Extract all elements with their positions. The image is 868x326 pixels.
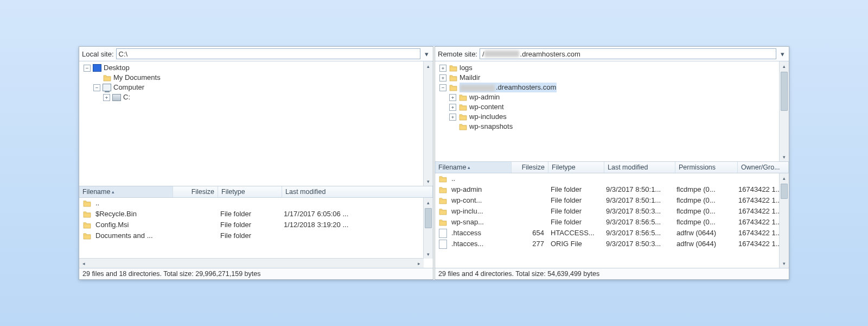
tree-item-label: logs <box>459 63 473 73</box>
filename-text: wp-cont... <box>451 195 482 206</box>
list-item[interactable]: .htaccess654HTACCESS...9/3/2017 8:56:5..… <box>435 228 789 239</box>
expand-icon[interactable]: + <box>449 114 456 121</box>
local-dir-tree[interactable]: −DesktopMy Documents−Computer+C: ▴ ▾ <box>79 61 433 186</box>
computer-icon <box>103 83 111 92</box>
scroll-left-icon[interactable]: ◂ <box>79 259 88 268</box>
list-item[interactable]: .. <box>435 173 789 184</box>
local-panel: Local site: C:\ ▾ −DesktopMy Documents−C… <box>79 46 433 280</box>
remote-path-redacted <box>484 51 519 57</box>
scroll-track[interactable] <box>424 207 433 249</box>
col-filetype[interactable]: Filetype <box>548 162 604 173</box>
folder-icon <box>82 231 91 240</box>
list-item[interactable]: wp-inclu...File folder9/3/2017 8:50:3...… <box>435 206 789 217</box>
scroll-thumb[interactable] <box>781 184 788 199</box>
filename-text: $Recycle.Bin <box>95 209 137 220</box>
tree-item-label: Desktop <box>104 63 130 73</box>
remote-site-label: Remote site: <box>438 50 477 58</box>
scroll-down-icon[interactable]: ▾ <box>424 249 433 259</box>
list-item[interactable]: wp-snap...File folder9/3/2017 8:56:5...f… <box>435 217 789 228</box>
list-item[interactable]: wp-adminFile folder9/3/2017 8:50:1...flc… <box>435 184 789 195</box>
tree-item[interactable]: +Maildir <box>437 73 787 83</box>
tree-item[interactable]: My Documents <box>81 73 431 83</box>
scroll-up-icon[interactable]: ▴ <box>424 61 433 71</box>
folder-icon <box>438 218 447 227</box>
local-tree-scrollbar[interactable]: ▴ ▾ <box>423 61 433 186</box>
expand-icon[interactable]: + <box>103 94 110 101</box>
col-filetype[interactable]: Filetype <box>218 186 282 197</box>
col-permissions[interactable]: Permissions <box>675 162 738 173</box>
scroll-up-icon[interactable]: ▴ <box>780 61 789 71</box>
expand-icon[interactable]: + <box>439 74 446 82</box>
scroll-up-icon[interactable]: ▴ <box>424 198 433 207</box>
tree-item[interactable]: +logs <box>437 63 787 73</box>
cell-type: ORIG File <box>547 239 603 249</box>
remote-dir-tree[interactable]: +logs+Maildir−.dreamhosters.com+wp-admin… <box>435 61 789 162</box>
tree-item[interactable]: −.dreamhosters.com <box>437 83 787 92</box>
cell-mod <box>280 198 433 209</box>
collapse-icon[interactable]: − <box>439 84 446 91</box>
scroll-down-icon[interactable]: ▾ <box>424 177 433 186</box>
tree-item[interactable]: +wp-includes <box>437 112 787 122</box>
list-item[interactable]: .htacces...277ORIG File9/3/2017 8:50:3..… <box>435 239 789 249</box>
scroll-thumb[interactable] <box>781 72 788 111</box>
collapse-icon[interactable]: − <box>93 84 100 91</box>
remote-list-vscroll[interactable]: ▴ ▾ <box>779 173 789 268</box>
scroll-right-icon[interactable]: ▸ <box>414 259 424 268</box>
scroll-down-icon[interactable]: ▾ <box>780 259 789 268</box>
cell-mod: 9/3/2017 8:50:3... <box>603 206 673 217</box>
tree-item[interactable]: −Computer <box>81 83 431 92</box>
col-filename[interactable]: Filename ▴ <box>79 186 173 197</box>
local-path-input[interactable]: C:\ <box>116 48 420 59</box>
remote-path-input[interactable]: / .dreamhosters.com <box>480 48 776 59</box>
col-filesize[interactable]: Filesize <box>173 186 218 197</box>
col-filename-label: Filename <box>82 188 110 196</box>
col-lastmodified[interactable]: Last modified <box>282 186 433 197</box>
col-lastmodified[interactable]: Last modified <box>604 162 675 173</box>
expand-icon[interactable]: + <box>449 94 456 101</box>
scroll-up-icon[interactable]: ▴ <box>780 173 789 183</box>
col-filesize[interactable]: Filesize <box>512 162 548 173</box>
list-item[interactable]: Documents and ...File folder <box>79 230 433 241</box>
col-filename[interactable]: Filename ▴ <box>435 162 512 173</box>
col-owner[interactable]: Owner/Gro... <box>738 162 789 173</box>
expand-icon[interactable]: + <box>449 104 456 111</box>
scroll-down-icon[interactable]: ▾ <box>780 152 789 161</box>
tree-item[interactable]: +C: <box>81 92 431 102</box>
local-list-vscroll[interactable]: ▴ ▾ <box>423 198 433 259</box>
tree-item[interactable]: wp-snapshots <box>437 122 787 131</box>
collapse-icon[interactable]: − <box>84 65 91 72</box>
list-item[interactable]: $Recycle.BinFile folder1/17/2017 6:05:06… <box>79 209 433 220</box>
cell-name: wp-admin <box>435 184 511 195</box>
cell-name: .htaccess <box>435 228 511 239</box>
tree-item[interactable]: +wp-content <box>437 102 787 112</box>
list-item[interactable]: .. <box>79 198 433 209</box>
filename-text: .htaccess <box>451 228 481 239</box>
local-rows[interactable]: ..$Recycle.BinFile folder1/17/2017 6:05:… <box>79 198 433 268</box>
cell-perm: adfrw (0644) <box>673 239 735 249</box>
cell-perm: flcdmpe (0... <box>673 195 735 206</box>
scroll-thumb[interactable] <box>425 208 432 228</box>
remote-path-dropdown[interactable]: ▾ <box>778 50 786 58</box>
list-item[interactable]: Config.MsiFile folder1/12/2018 3:19:20 .… <box>79 220 433 230</box>
scroll-track[interactable] <box>780 71 789 152</box>
remote-rows[interactable]: ..wp-adminFile folder9/3/2017 8:50:1...f… <box>435 173 789 268</box>
list-item[interactable]: wp-cont...File folder9/3/2017 8:50:1...f… <box>435 195 789 206</box>
folder-icon <box>458 112 467 121</box>
expand-icon[interactable]: + <box>439 65 446 72</box>
tree-item[interactable]: −Desktop <box>81 63 431 73</box>
cell-mod: 1/12/2018 3:19:20 ... <box>280 220 433 230</box>
remote-tree-scrollbar[interactable]: ▴ ▾ <box>779 61 789 161</box>
scroll-track[interactable] <box>88 259 414 268</box>
local-path-dropdown[interactable]: ▾ <box>423 50 430 58</box>
scroll-track[interactable] <box>780 183 789 259</box>
folder-icon <box>438 207 447 216</box>
cell-type: File folder <box>217 220 280 230</box>
scroll-track[interactable] <box>424 71 433 177</box>
cell-name: Documents and ... <box>79 230 173 241</box>
filename-text: .. <box>95 198 99 209</box>
cell-type: HTACCESS... <box>547 228 603 239</box>
sort-asc-icon: ▴ <box>112 189 114 195</box>
tree-item[interactable]: +wp-admin <box>437 92 787 102</box>
local-list-hscroll[interactable]: ◂ ▸ <box>79 258 424 268</box>
cell-mod: 9/3/2017 8:50:1... <box>603 195 673 206</box>
